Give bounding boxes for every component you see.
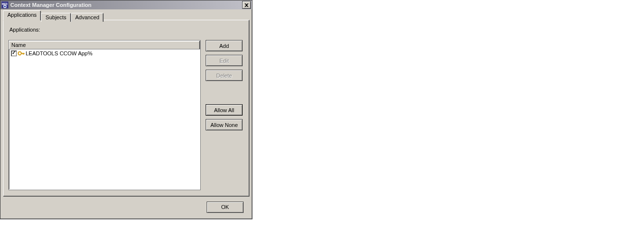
allow-all-button[interactable]: Allow All — [206, 104, 243, 116]
list-item[interactable]: LEADTOOLS CCOW App% — [9, 49, 200, 57]
column-header-label: Name — [11, 42, 26, 48]
delete-button[interactable]: Delete — [206, 70, 243, 81]
applications-listview[interactable]: Name LEADTOOLS CCOW App% — [8, 40, 201, 190]
svg-rect-7 — [23, 53, 24, 55]
button-label: Allow None — [211, 122, 238, 128]
dialog-window: MED Context Manager Configuration Applic… — [0, 0, 252, 219]
window-title: Context Manager Configuration — [10, 2, 241, 8]
button-label: Delete — [216, 73, 232, 79]
tab-label: Advanced — [75, 14, 100, 20]
column-header-name[interactable]: Name — [9, 41, 200, 49]
tab-strip: ApplicationsSubjectsAdvanced — [3, 11, 250, 20]
add-button[interactable]: Add — [206, 40, 243, 51]
applications-label: Applications: — [9, 27, 244, 33]
edit-button[interactable]: Edit — [206, 55, 243, 66]
tab-advanced[interactable]: Advanced — [71, 13, 104, 22]
svg-rect-8 — [24, 53, 25, 54]
svg-point-5 — [18, 52, 21, 55]
key-icon — [18, 50, 25, 56]
close-icon — [245, 3, 249, 7]
dialog-footer: OK — [3, 198, 250, 216]
svg-rect-6 — [21, 53, 24, 54]
allow-none-button[interactable]: Allow None — [206, 119, 243, 130]
close-button[interactable] — [242, 1, 251, 9]
button-label: Allow All — [214, 107, 234, 113]
button-label: Edit — [219, 58, 229, 64]
tab-applications[interactable]: Applications — [3, 10, 41, 21]
tab-label: Applications — [7, 12, 36, 18]
app-icon: MED — [1, 1, 8, 8]
client-area: ApplicationsSubjectsAdvanced Application… — [2, 10, 250, 217]
button-label: OK — [221, 204, 229, 210]
title-bar[interactable]: MED Context Manager Configuration — [0, 0, 252, 9]
row-name: LEADTOOLS CCOW App% — [26, 50, 93, 56]
svg-rect-4 — [4, 6, 6, 7]
side-button-group: Add Edit Delete Allow All Allow None — [206, 40, 243, 134]
button-label: Add — [219, 43, 229, 49]
ok-button[interactable]: OK — [207, 202, 244, 213]
row-checkbox[interactable] — [11, 50, 17, 56]
tab-label: Subjects — [45, 14, 66, 20]
tab-panel-applications: Applications: Name LEADTOO — [3, 20, 250, 197]
tab-subjects[interactable]: Subjects — [41, 13, 71, 22]
